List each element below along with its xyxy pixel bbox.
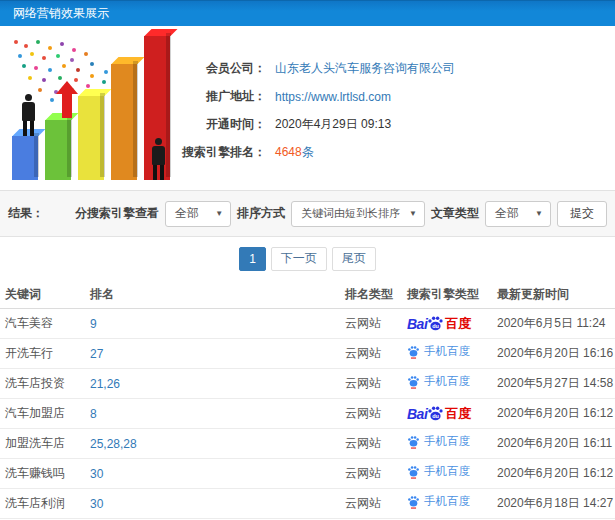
mobile-baidu-logo: 手机百度 <box>407 435 470 449</box>
rank-count-unit: 条 <box>302 145 314 159</box>
results-table-body: 汽车美容 9 云网站 Bai du 百度 <box>0 309 615 520</box>
rank-type-cell: 云网站 <box>340 489 402 519</box>
engine-cell: Bai du 百度 手机百度 <box>402 369 492 399</box>
hero-bar-yellow <box>78 96 104 180</box>
mobile-baidu-paw-icon <box>407 345 420 359</box>
table-row: 洗车赚钱吗 30 云网站 Bai du 百度 <box>0 459 615 489</box>
updated-cell: 2020年6月20日 16:12 <box>492 459 615 489</box>
engine-cell: Bai du 百度 手机百度 <box>402 489 492 519</box>
table-row: 洗车店利润 30 云网站 Bai du 百度 <box>0 489 615 519</box>
svg-text:du: du <box>432 323 439 329</box>
page-title: 网络营销效果展示 <box>13 5 109 22</box>
rank-cell: 8 <box>85 399 340 429</box>
chevron-down-icon: ▼ <box>535 209 543 218</box>
keyword-cell: 加盟洗车店 <box>0 429 85 459</box>
rank-link[interactable]: 21,26 <box>90 377 120 391</box>
baidu-logo: Bai du 百度 <box>407 405 471 422</box>
updated-cell: 2020年6月18日 14:27 <box>492 489 615 519</box>
baidu-paw-icon: du <box>427 315 444 332</box>
page-button-current[interactable]: 1 <box>239 247 266 271</box>
engine-view-selected: 全部 <box>175 205 199 222</box>
hero-bar-blue <box>12 136 38 180</box>
mobile-baidu-label: 手机百度 <box>424 346 470 358</box>
rank-count-label: 搜索引擎排名： <box>168 144 266 161</box>
rank-link[interactable]: 8 <box>90 407 97 421</box>
rank-type-cell: 云网站 <box>340 309 402 339</box>
col-header-keyword: 关键词 <box>0 280 85 309</box>
baidu-logo-bai: Bai <box>407 317 427 331</box>
app-header: 网络营销效果展示 <box>0 0 615 26</box>
col-header-engine-type: 搜索引擎类型 <box>402 280 492 309</box>
businessman-right-figure <box>152 138 165 180</box>
article-type-select[interactable]: 全部 ▼ <box>485 201 551 227</box>
submit-button[interactable]: 提交 <box>557 201 607 227</box>
article-type-label: 文章类型 <box>431 205 479 222</box>
engine-cell: Bai du 百度 手机百度 <box>402 339 492 369</box>
mobile-baidu-paw-icon <box>407 375 420 389</box>
article-type-selected: 全部 <box>495 205 519 222</box>
mobile-baidu-label: 手机百度 <box>424 466 470 478</box>
engine-view-label: 分搜索引擎查看 <box>75 205 159 222</box>
rank-link[interactable]: 30 <box>90 467 103 481</box>
table-row: 汽车加盟店 8 云网站 Bai du 百度 <box>0 399 615 429</box>
table-row: 开洗车行 27 云网站 Bai du 百度 <box>0 339 615 369</box>
mobile-baidu-paw-icon <box>407 435 420 449</box>
rank-type-cell: 云网站 <box>340 339 402 369</box>
baidu-logo: Bai du 百度 <box>407 315 471 332</box>
col-header-updated: 最新更新时间 <box>492 280 615 309</box>
baidu-logo-cn: 百度 <box>445 317 471 330</box>
baidu-paw-icon: du <box>427 405 444 422</box>
mobile-baidu-paw-icon <box>407 465 420 479</box>
table-row: 加盟洗车店 25,28,28 云网站 Bai du 百度 <box>0 429 615 459</box>
updated-cell: 2020年6月20日 16:12 <box>492 399 615 429</box>
rank-link[interactable]: 9 <box>90 317 97 331</box>
company-name-link[interactable]: 山东老人头汽车服务咨询有限公司 <box>275 60 455 77</box>
info-row-company: 会员公司： 山东老人头汽车服务咨询有限公司 <box>168 60 455 77</box>
engine-cell: Bai du 百度 手机百度 <box>402 399 492 429</box>
hero-bar-orange <box>111 64 137 180</box>
sort-label: 排序方式 <box>237 205 285 222</box>
chevron-down-icon: ▼ <box>409 209 417 218</box>
rank-cell: 30 <box>85 459 340 489</box>
keyword-cell: 洗车店利润 <box>0 489 85 519</box>
engine-cell: Bai du 百度 手机百度 <box>402 459 492 489</box>
info-section: 会员公司： 山东老人头汽车服务咨询有限公司 推广地址： https://www.… <box>0 26 615 191</box>
sort-selected: 关键词由短到长排序 <box>301 206 400 221</box>
confetti-dots <box>14 40 18 44</box>
table-row: 洗车店投资 21,26 云网站 Bai du 百度 <box>0 369 615 399</box>
col-header-rank: 排名 <box>85 280 340 309</box>
rank-link[interactable]: 30 <box>90 497 103 511</box>
businessman-left-figure <box>22 94 35 136</box>
info-row-url: 推广地址： https://www.lrtlsd.com <box>168 88 455 105</box>
promo-url-label: 推广地址： <box>168 88 266 105</box>
info-row-open-date: 开通时间： 2020年4月29日 09:13 <box>168 116 455 133</box>
up-arrow-icon <box>56 81 78 118</box>
engine-view-select[interactable]: 全部 ▼ <box>165 201 231 227</box>
mobile-baidu-logo: 手机百度 <box>407 375 470 389</box>
updated-cell: 2020年6月20日 16:11 <box>492 429 615 459</box>
mobile-baidu-label: 手机百度 <box>424 496 470 508</box>
company-label: 会员公司： <box>168 60 266 77</box>
updated-cell: 2020年5月27日 14:58 <box>492 369 615 399</box>
mobile-baidu-logo: 手机百度 <box>407 345 470 359</box>
table-header-row: 关键词 排名 排名类型 搜索引擎类型 最新更新时间 <box>0 280 615 309</box>
baidu-logo-cn: 百度 <box>445 407 471 420</box>
mobile-baidu-paw-icon <box>407 495 420 509</box>
last-page-button[interactable]: 尾页 <box>332 247 376 271</box>
rank-link[interactable]: 27 <box>90 347 103 361</box>
rank-type-cell: 云网站 <box>340 459 402 489</box>
keyword-cell: 汽车美容 <box>0 309 85 339</box>
next-page-button[interactable]: 下一页 <box>271 247 327 271</box>
promo-url-link[interactable]: https://www.lrtlsd.com <box>275 90 391 104</box>
results-table: 关键词 排名 排名类型 搜索引擎类型 最新更新时间 汽车美容 9 云网站 Bai… <box>0 280 615 520</box>
mobile-baidu-label: 手机百度 <box>424 436 470 448</box>
rank-link[interactable]: 25,28,28 <box>90 437 137 451</box>
rank-cell: 25,28,28 <box>85 429 340 459</box>
filter-controls: 分搜索引擎查看 全部 ▼ 排序方式 关键词由短到长排序 ▼ 文章类型 全部 ▼ … <box>75 201 607 227</box>
rank-count-value: 4648条 <box>275 144 314 161</box>
open-date-label: 开通时间： <box>168 116 266 133</box>
svg-text:du: du <box>432 413 439 419</box>
engine-cell: Bai du 百度 手机百度 <box>402 429 492 459</box>
updated-cell: 2020年6月5日 11:24 <box>492 309 615 339</box>
sort-select[interactable]: 关键词由短到长排序 ▼ <box>291 201 425 227</box>
